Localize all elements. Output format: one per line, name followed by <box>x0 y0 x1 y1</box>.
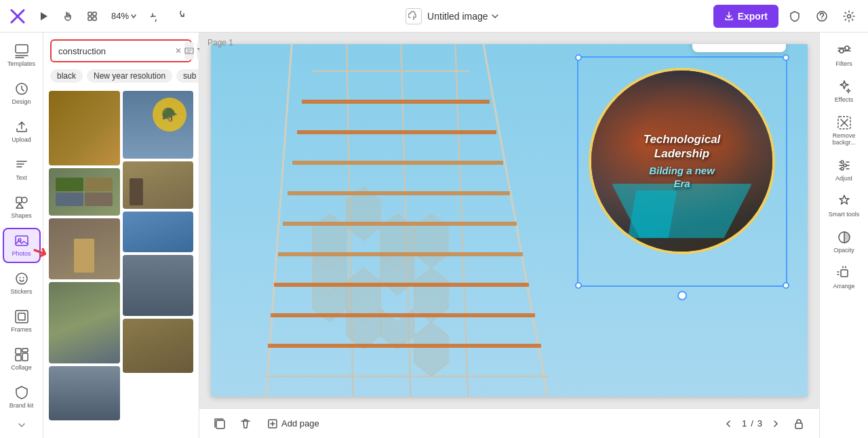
lock-button[interactable] <box>789 414 808 433</box>
sidebar-item-stickers[interactable]: Stickers <box>3 266 41 301</box>
prev-page-button[interactable] <box>720 416 736 432</box>
element-crop-button[interactable] <box>718 44 738 49</box>
current-page: 1 <box>742 418 747 429</box>
search-input[interactable] <box>58 46 172 56</box>
cloud-save-icon[interactable] <box>406 8 422 24</box>
topbar-right: Export <box>713 5 860 28</box>
svg-rect-77 <box>841 270 848 277</box>
sidebar-item-photos[interactable]: Photos <box>3 228 41 263</box>
element-more-button[interactable]: ··· <box>762 44 782 49</box>
sidebar-item-templates[interactable]: Templates <box>3 38 41 73</box>
redo-button[interactable] <box>170 5 191 27</box>
rotate-handle[interactable] <box>677 291 687 300</box>
sidebar-item-collage[interactable]: Collage <box>3 342 41 377</box>
document-name[interactable]: Untitled image <box>427 11 499 22</box>
tag-newyear[interactable]: New year resolution <box>87 69 172 83</box>
sidebar-item-shapes[interactable]: Shapes <box>3 190 41 225</box>
svg-rect-26 <box>22 349 28 352</box>
left-sidebar: Templates Design Upload Text Shapes Phot… <box>0 33 43 438</box>
list-item[interactable] <box>49 218 120 279</box>
canvas-inner[interactable]: ··· <box>199 33 819 408</box>
sidebar-item-design[interactable]: Design <box>3 76 41 111</box>
help-button[interactable] <box>811 5 833 27</box>
search-ai-button[interactable] <box>184 42 194 60</box>
play-button[interactable] <box>33 5 54 27</box>
element-copy-button[interactable] <box>740 44 760 49</box>
settings-button[interactable] <box>838 5 860 27</box>
zoom-level: 84% <box>111 11 129 21</box>
sidebar-item-label-text: Text <box>16 174 27 181</box>
delete-button[interactable] <box>236 414 255 433</box>
right-tool-label-remove-bg: Remove backgr... <box>824 132 865 146</box>
svg-rect-68 <box>795 423 802 429</box>
filters-icon <box>837 43 852 58</box>
sidebar-item-text[interactable]: Text <box>3 152 41 187</box>
right-tool-remove-bg[interactable]: Remove backgr... <box>821 110 867 151</box>
export-label: Export <box>738 11 768 22</box>
right-tool-label-filters: Filters <box>835 60 852 67</box>
right-tool-arrange[interactable]: Arrange <box>821 260 867 295</box>
hand-tool-button[interactable] <box>57 5 79 27</box>
list-item[interactable] <box>123 212 194 252</box>
svg-rect-6 <box>93 17 96 20</box>
svg-point-72 <box>845 46 849 50</box>
bottom-right: 1 / 3 <box>720 414 808 433</box>
topbar: 84% Untitled image Export <box>0 0 868 33</box>
add-page-label: Add page <box>281 418 319 429</box>
sidebar-item-upload[interactable]: Upload <box>3 114 41 149</box>
circle-text-line4: Era <box>673 178 690 189</box>
right-tool-filters[interactable]: Filters <box>821 38 867 73</box>
sidebar-collapse-button[interactable] <box>14 418 30 433</box>
sidebar-item-label-photos: Photos <box>12 250 31 257</box>
bottom-bar: Add page 1 / 3 <box>199 408 819 438</box>
svg-point-21 <box>19 277 20 279</box>
photo-col-left <box>49 91 120 420</box>
app-logo[interactable] <box>8 7 27 26</box>
handle-top-left[interactable] <box>575 54 582 61</box>
export-button[interactable]: Export <box>713 5 778 28</box>
page-label: Page 1 <box>208 38 233 47</box>
list-item[interactable]: 🪖 <box>123 91 194 159</box>
list-item[interactable] <box>123 161 194 209</box>
right-tool-adjust[interactable]: Adjust <box>821 153 867 187</box>
page-separator: / <box>751 418 753 429</box>
list-item[interactable] <box>49 91 120 165</box>
page-indicator: 1 / 3 <box>742 418 762 429</box>
element-grid-button[interactable] <box>696 44 717 49</box>
list-item[interactable] <box>49 366 120 420</box>
svg-point-22 <box>22 277 24 279</box>
svg-rect-23 <box>16 311 28 323</box>
zoom-control[interactable]: 84% <box>106 5 142 27</box>
svg-rect-15 <box>16 197 22 203</box>
sidebar-item-frames[interactable]: Frames <box>3 304 41 339</box>
tag-sub[interactable]: sub <box>176 69 199 83</box>
selected-element[interactable]: ··· <box>577 56 787 287</box>
photo-columns: 🪖 <box>49 91 193 420</box>
right-tool-smart-tools[interactable]: Smart tools <box>821 188 867 223</box>
search-clear-button[interactable]: ✕ <box>175 46 182 56</box>
handle-bottom-right[interactable] <box>783 282 789 289</box>
svg-rect-64 <box>216 420 224 429</box>
right-tool-opacity[interactable]: Opacity <box>821 224 867 259</box>
svg-point-10 <box>848 14 851 18</box>
tag-black[interactable]: black <box>50 69 83 83</box>
smart-tools-icon <box>837 194 852 209</box>
tag-row: black New year resolution sub <box>43 66 199 88</box>
copy-frame-button[interactable] <box>210 414 229 433</box>
list-item[interactable] <box>123 255 194 316</box>
remove-bg-icon <box>837 115 852 130</box>
layout-button[interactable] <box>81 5 103 27</box>
svg-rect-3 <box>88 12 92 16</box>
svg-rect-51 <box>271 313 535 317</box>
handle-top-right[interactable] <box>783 54 789 61</box>
shield-button[interactable] <box>784 5 806 27</box>
list-item[interactable] <box>123 319 194 373</box>
sidebar-item-brand[interactable]: Brand kit <box>3 380 41 415</box>
handle-bottom-left[interactable] <box>575 282 582 289</box>
undo-button[interactable] <box>145 5 167 27</box>
list-item[interactable] <box>49 282 120 363</box>
add-page-button[interactable]: Add page <box>262 416 325 432</box>
list-item[interactable] <box>49 168 120 216</box>
right-tool-effects[interactable]: Effects <box>821 74 867 108</box>
next-page-button[interactable] <box>768 416 784 432</box>
